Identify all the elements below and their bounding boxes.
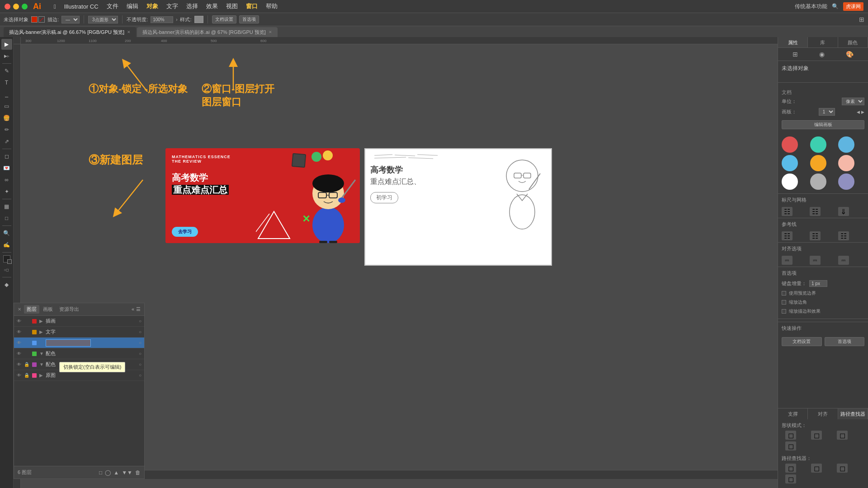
- layer-name-editing[interactable]: [46, 339, 137, 347]
- swatch-teal[interactable]: [810, 136, 826, 153]
- layers-move-up-btn[interactable]: ▲: [113, 469, 119, 476]
- rp-preferences-btn[interactable]: 首选项: [825, 337, 865, 346]
- layer-row-text[interactable]: 👁 🔒 ▶ 文字 ○: [14, 327, 144, 338]
- layer-expand-yuantu[interactable]: ▶: [39, 373, 44, 378]
- grid-toggle-btn[interactable]: ☷: [810, 207, 821, 216]
- rp-unit-select[interactable]: 像素: [842, 98, 864, 105]
- swatch-gray[interactable]: [810, 174, 826, 190]
- tool-artboard[interactable]: □: [1, 213, 12, 224]
- close-button[interactable]: [5, 4, 10, 9]
- menu-view[interactable]: 视图: [226, 2, 238, 10]
- opacity-input[interactable]: [151, 16, 173, 23]
- arrange-icon[interactable]: ⊞: [859, 16, 864, 23]
- rp-doc-settings-btn[interactable]: 文档设置: [782, 337, 822, 346]
- layers-tab-artboard[interactable]: 画板: [40, 305, 56, 314]
- tab-1[interactable]: 插边风-banner演示稿.ai @ 66.67% [RGB/GPU 预览] ✕: [4, 27, 136, 37]
- align-left-btn[interactable]: ⎓: [782, 256, 793, 265]
- stroke-color[interactable]: [38, 16, 45, 23]
- fullscreen-button[interactable]: [22, 4, 28, 9]
- menu-edit[interactable]: 编辑: [127, 2, 138, 10]
- layer-expand-paise1[interactable]: ▼: [39, 351, 44, 356]
- swatch-red[interactable]: [782, 136, 798, 153]
- menu-illustrator[interactable]: Illustrator CC: [64, 3, 99, 10]
- swatch-light-blue[interactable]: [838, 136, 854, 153]
- tab-2[interactable]: 插边风-banner演示稿的副本.ai @ 67% [RGB/GPU 预览] ✕: [137, 27, 278, 37]
- preferences-btn[interactable]: 首选项: [239, 15, 259, 23]
- tool-scale[interactable]: ⇗: [1, 136, 12, 147]
- prop-icon-color[interactable]: 🎨: [846, 51, 854, 58]
- tool-select[interactable]: ▶: [1, 39, 12, 50]
- fill-color[interactable]: [31, 16, 38, 23]
- menu-help[interactable]: 帮助: [266, 2, 278, 10]
- pathfinder-divide[interactable]: ◻: [785, 464, 796, 473]
- rp-tab-properties[interactable]: 属性: [778, 37, 808, 47]
- rp-tab-library[interactable]: 库: [808, 37, 838, 47]
- shape-mode-unite[interactable]: ◻: [785, 431, 796, 440]
- layer-vis-paise2[interactable]: 👁: [17, 362, 22, 367]
- banner-cta-btn[interactable]: 去学习: [172, 227, 198, 237]
- rp-scale-effects-cb[interactable]: [782, 309, 786, 314]
- rp-tab-color[interactable]: 颜色: [838, 37, 868, 47]
- layer-lock-yuantu[interactable]: 🔒: [24, 373, 29, 378]
- tool-direct-select[interactable]: ▶▹: [1, 51, 12, 61]
- swatch-salmon[interactable]: [838, 155, 854, 171]
- layer-expand-chua[interactable]: ▶: [39, 319, 44, 324]
- guide-btn1[interactable]: ☷: [782, 231, 793, 240]
- layer-lock-paise1[interactable]: 🔒: [24, 351, 29, 356]
- fill-stroke-boxes[interactable]: [3, 255, 10, 263]
- layer-row-chua[interactable]: 👁 🔒 ▶ 插画 ○: [14, 316, 144, 327]
- swatch-cyan[interactable]: [782, 155, 798, 171]
- snap-toggle-btn[interactable]: ⇓: [838, 207, 849, 216]
- rp-bottom-tab-pathfinder[interactable]: 路径查找器: [838, 408, 868, 419]
- tool-paint[interactable]: 🍔: [1, 113, 12, 123]
- rp-bottom-tab-transform[interactable]: 支撑: [778, 408, 808, 419]
- ruler-toggle-btn[interactable]: ☷: [782, 207, 793, 216]
- tab-1-close[interactable]: ✕: [127, 30, 131, 34]
- tool-pen[interactable]: ✎: [1, 66, 12, 76]
- layer-lock-chua[interactable]: 🔒: [24, 319, 29, 324]
- layers-move-down-btn[interactable]: ▼▼: [122, 469, 132, 476]
- swatch-white[interactable]: [782, 174, 798, 190]
- tool-blend[interactable]: ∞: [1, 174, 12, 185]
- layer-vis-editing[interactable]: 👁: [17, 340, 22, 345]
- tool-screen-mode[interactable]: ◆: [1, 279, 12, 290]
- rp-snap-bounds-cb[interactable]: [782, 291, 786, 296]
- layer-vis-text[interactable]: 👁: [17, 329, 22, 334]
- layers-panel-close[interactable]: ✕: [18, 307, 21, 312]
- tool-eyedrop[interactable]: 💌: [1, 163, 12, 174]
- layers-tab-layers[interactable]: 图层: [24, 305, 39, 314]
- layers-menu-btn[interactable]: ☰: [136, 306, 141, 312]
- tab-2-close[interactable]: ✕: [269, 30, 272, 34]
- tool-brush[interactable]: ✏: [1, 124, 12, 135]
- layer-lock-paise2[interactable]: 🔒: [24, 362, 29, 367]
- prop-icon-transform[interactable]: ⊞: [793, 51, 798, 58]
- shape-selector[interactable]: 3点圆形: [88, 16, 118, 23]
- menu-file[interactable]: 文件: [107, 2, 118, 10]
- swatch-orange[interactable]: [810, 155, 826, 171]
- stroke-selector[interactable]: —: [61, 16, 80, 23]
- menu-text[interactable]: 文字: [166, 2, 178, 10]
- shape-mode-intersect[interactable]: ◻: [837, 431, 848, 440]
- swatch-purple-gray[interactable]: [838, 174, 854, 190]
- tool-symbol[interactable]: ✦: [1, 186, 12, 197]
- minimize-button[interactable]: [13, 4, 19, 9]
- layers-new-sub-btn[interactable]: □: [99, 469, 102, 476]
- tool-color-mode[interactable]: ○◻: [1, 264, 12, 275]
- layers-tab-export[interactable]: 资源导出: [57, 305, 82, 314]
- tool-bar-graph[interactable]: ▦: [1, 201, 12, 212]
- layer-expand-text[interactable]: ▶: [39, 329, 44, 334]
- tool-type[interactable]: T: [1, 77, 12, 88]
- layer-name-input[interactable]: [46, 339, 91, 347]
- guide-btn3[interactable]: ☷: [838, 231, 849, 240]
- tool-hand[interactable]: ✍: [1, 239, 12, 250]
- shape-mode-exclude[interactable]: ◻: [785, 441, 796, 450]
- tool-line[interactable]: ⎯: [1, 89, 12, 100]
- layer-lock-text[interactable]: 🔒: [24, 329, 29, 334]
- layer-expand-paise2[interactable]: ▼: [39, 362, 44, 367]
- rp-scale-corners-cb[interactable]: [782, 300, 786, 305]
- align-center-btn[interactable]: ⎓: [810, 256, 821, 265]
- layer-lock-editing[interactable]: 🔒: [24, 340, 29, 345]
- layer-vis-yuantu[interactable]: 👁: [17, 373, 22, 378]
- align-right-btn[interactable]: ⎓: [838, 256, 849, 265]
- layers-new-btn[interactable]: ◯: [105, 469, 111, 476]
